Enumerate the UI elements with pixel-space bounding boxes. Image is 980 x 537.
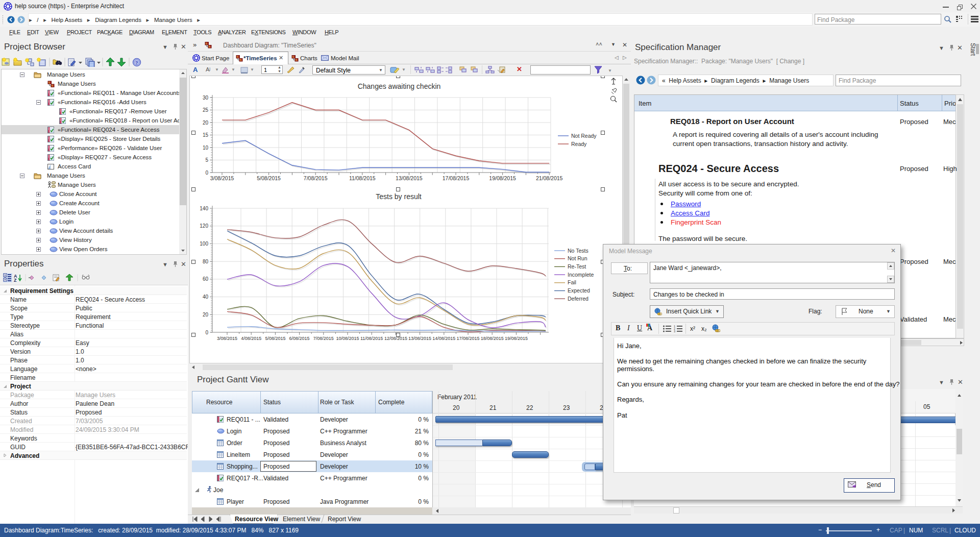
svg-text:14/08/2015: 14/08/2015 [432, 336, 455, 341]
svg-text:140: 140 [200, 206, 208, 211]
svg-text:Deferred: Deferred [568, 296, 589, 302]
svg-text:5: 5 [205, 157, 208, 163]
svg-text:7/08/2015: 7/08/2015 [304, 175, 328, 181]
svg-text:30: 30 [203, 95, 209, 101]
svg-text:5/08/2015: 5/08/2015 [265, 336, 285, 341]
svg-text:3: 3 [674, 330, 675, 332]
svg-text:12/08/2015: 12/08/2015 [384, 336, 407, 341]
svg-text:Not Run: Not Run [568, 255, 587, 261]
svg-text:5/08/2015: 5/08/2015 [257, 175, 281, 181]
svg-text:7/08/2015: 7/08/2015 [313, 336, 334, 341]
svg-text:Not Ready: Not Ready [571, 133, 597, 139]
svg-text:17/08/2015: 17/08/2015 [443, 175, 470, 181]
svg-text:15: 15 [203, 132, 209, 138]
svg-text:6/08/2015: 6/08/2015 [289, 336, 310, 341]
svg-text:17/08/2015: 17/08/2015 [456, 336, 479, 341]
svg-text:80: 80 [203, 259, 209, 264]
svg-text:18/08/2015: 18/08/2015 [481, 336, 504, 341]
svg-text:120: 120 [200, 223, 208, 229]
svg-text:Expected: Expected [568, 287, 590, 294]
svg-text:4/08/2015: 4/08/2015 [241, 336, 261, 341]
svg-text:13/08/2015: 13/08/2015 [408, 336, 431, 341]
svg-text:Z: Z [14, 278, 17, 282]
svg-text:21/08/2015: 21/08/2015 [536, 175, 563, 181]
svg-text:3/08/2015: 3/08/2015 [217, 336, 237, 341]
svg-text:11/08/2015: 11/08/2015 [360, 336, 383, 341]
svg-text:20: 20 [203, 120, 209, 126]
svg-text:?: ? [135, 60, 138, 65]
svg-text:3/08/2015: 3/08/2015 [210, 175, 234, 181]
svg-text:25: 25 [203, 107, 209, 113]
svg-text:60: 60 [203, 276, 209, 282]
svg-text:40: 40 [203, 294, 209, 300]
svg-text:11/08/2015: 11/08/2015 [349, 175, 376, 181]
svg-text:19/08/2015: 19/08/2015 [489, 175, 516, 181]
svg-text:19/08/2015: 19/08/2015 [505, 336, 528, 341]
svg-text:Incomplete: Incomplete [568, 272, 594, 278]
svg-text:10: 10 [203, 145, 209, 151]
svg-text:Ready: Ready [571, 141, 587, 147]
svg-text:10/08/2015: 10/08/2015 [336, 336, 359, 341]
svg-text:Fail: Fail [568, 279, 576, 285]
svg-text:Tests by result: Tests by result [376, 192, 422, 201]
svg-text:0: 0 [205, 170, 208, 176]
svg-text:13/08/2015: 13/08/2015 [396, 175, 423, 181]
svg-text:Changes awaiting checkin: Changes awaiting checkin [358, 82, 441, 90]
svg-text:20: 20 [203, 312, 209, 318]
svg-text:100: 100 [200, 241, 208, 247]
svg-text:Re-Test: Re-Test [568, 263, 586, 270]
svg-text:0: 0 [205, 330, 208, 335]
svg-text:No Tests: No Tests [568, 248, 589, 254]
